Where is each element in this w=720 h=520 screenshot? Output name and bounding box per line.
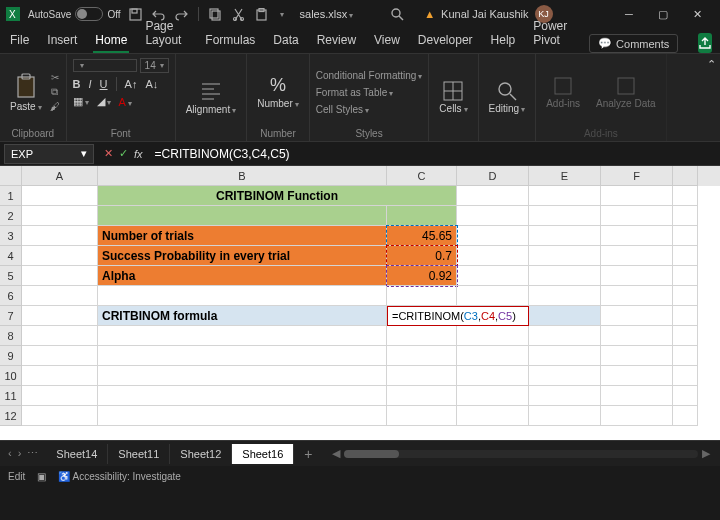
cell[interactable]: [601, 246, 673, 266]
tab-home[interactable]: Home: [93, 29, 129, 53]
spreadsheet-grid[interactable]: A B C D E F 1CRITBINOM Function 2 3Numbe…: [0, 166, 720, 440]
minimize-button[interactable]: ─: [612, 0, 646, 28]
cell-b5[interactable]: Alpha: [98, 266, 387, 286]
cell[interactable]: [387, 326, 457, 346]
search-icon[interactable]: [391, 8, 404, 21]
cell[interactable]: [387, 206, 457, 226]
tab-file[interactable]: File: [8, 29, 31, 53]
cell[interactable]: [673, 326, 698, 346]
cell[interactable]: [529, 226, 601, 246]
cell[interactable]: [529, 266, 601, 286]
cell-b4[interactable]: Success Probability in every trial: [98, 246, 387, 266]
col-header-d[interactable]: D: [457, 166, 529, 186]
row-header[interactable]: 5: [0, 266, 22, 286]
close-button[interactable]: ✕: [680, 0, 714, 28]
name-box[interactable]: EXP▾: [4, 144, 94, 164]
cell-c5[interactable]: 0.92: [387, 266, 457, 286]
sheet-tab[interactable]: Sheet11: [108, 444, 170, 464]
cell[interactable]: [22, 206, 98, 226]
tab-insert[interactable]: Insert: [45, 29, 79, 53]
scroll-right-icon[interactable]: ▶: [702, 447, 710, 460]
cell[interactable]: [387, 286, 457, 306]
cell[interactable]: [601, 386, 673, 406]
col-header-g[interactable]: [673, 166, 698, 186]
cell[interactable]: [529, 186, 601, 206]
number-button[interactable]: %Number: [253, 73, 303, 111]
formula-input[interactable]: =CRITBINOM(C3,C4,C5): [149, 147, 720, 161]
format-painter-button[interactable]: 🖌: [50, 101, 60, 112]
cells-button[interactable]: Cells: [435, 79, 471, 116]
tab-review[interactable]: Review: [315, 29, 358, 53]
font-family-select[interactable]: [73, 59, 137, 72]
comments-button[interactable]: 💬 Comments: [589, 34, 678, 53]
font-size-select[interactable]: 14: [140, 58, 169, 73]
sheet-nav-prev-icon[interactable]: ‹: [8, 447, 12, 460]
cell[interactable]: [457, 286, 529, 306]
filename[interactable]: sales.xlsx: [300, 8, 354, 20]
analyze-data-button[interactable]: Analyze Data: [592, 74, 659, 111]
tab-help[interactable]: Help: [489, 29, 518, 53]
record-macro-icon[interactable]: ▣: [37, 471, 46, 482]
sheet-tab[interactable]: Sheet12: [170, 444, 232, 464]
accessibility-status[interactable]: ♿ Accessibility: Investigate: [58, 471, 181, 482]
cell[interactable]: [673, 306, 698, 326]
cell[interactable]: [22, 186, 98, 206]
cell[interactable]: [22, 306, 98, 326]
copy-button[interactable]: ⧉: [50, 86, 60, 98]
cell[interactable]: [529, 366, 601, 386]
cell[interactable]: [601, 206, 673, 226]
cell[interactable]: [601, 226, 673, 246]
tab-developer[interactable]: Developer: [416, 29, 475, 53]
sheet-tab[interactable]: Sheet14: [46, 444, 108, 464]
increase-font-button[interactable]: A↑: [125, 78, 138, 90]
cell[interactable]: [98, 326, 387, 346]
row-header[interactable]: 1: [0, 186, 22, 206]
cell[interactable]: [673, 346, 698, 366]
cell[interactable]: [22, 406, 98, 426]
conditional-formatting-button[interactable]: Conditional Formatting: [316, 70, 423, 81]
cell[interactable]: [22, 286, 98, 306]
add-sheet-button[interactable]: +: [294, 446, 322, 462]
cell[interactable]: [673, 286, 698, 306]
horizontal-scrollbar[interactable]: [344, 450, 698, 458]
cell[interactable]: [22, 226, 98, 246]
cell-b3[interactable]: Number of trials: [98, 226, 387, 246]
cell[interactable]: [457, 246, 529, 266]
cell[interactable]: [457, 226, 529, 246]
scroll-left-icon[interactable]: ◀: [332, 447, 340, 460]
cell[interactable]: [601, 346, 673, 366]
row-header[interactable]: 10: [0, 366, 22, 386]
tab-view[interactable]: View: [372, 29, 402, 53]
cell[interactable]: [98, 366, 387, 386]
save-icon[interactable]: [129, 8, 142, 21]
sheet-nav-next-icon[interactable]: ›: [18, 447, 22, 460]
cell[interactable]: [529, 346, 601, 366]
cell[interactable]: [529, 326, 601, 346]
cell-styles-button[interactable]: Cell Styles: [316, 104, 423, 115]
cell[interactable]: [22, 326, 98, 346]
row-header[interactable]: 7: [0, 306, 22, 326]
paste-icon[interactable]: [255, 8, 268, 21]
col-header-e[interactable]: E: [529, 166, 601, 186]
cell[interactable]: [673, 406, 698, 426]
col-header-a[interactable]: A: [22, 166, 98, 186]
cell[interactable]: [457, 186, 529, 206]
cell[interactable]: [529, 386, 601, 406]
toggle-icon[interactable]: [75, 7, 103, 21]
cell[interactable]: [457, 266, 529, 286]
accept-formula-button[interactable]: ✓: [119, 147, 128, 160]
cell[interactable]: [601, 366, 673, 386]
sheet-tab-active[interactable]: Sheet16: [232, 444, 294, 464]
row-header[interactable]: 3: [0, 226, 22, 246]
cell[interactable]: [673, 266, 698, 286]
cell-c3[interactable]: 45.65: [387, 226, 457, 246]
cell-b7[interactable]: CRITBINOM formula: [98, 306, 387, 326]
col-header-b[interactable]: B: [98, 166, 387, 186]
addins-button[interactable]: Add-ins: [542, 74, 584, 111]
autosave-toggle[interactable]: AutoSave Off: [28, 7, 121, 21]
cell-title[interactable]: CRITBINOM Function: [98, 186, 457, 206]
select-all-corner[interactable]: [0, 166, 22, 186]
cell[interactable]: [601, 406, 673, 426]
underline-button[interactable]: U: [100, 78, 108, 90]
cell[interactable]: [387, 386, 457, 406]
